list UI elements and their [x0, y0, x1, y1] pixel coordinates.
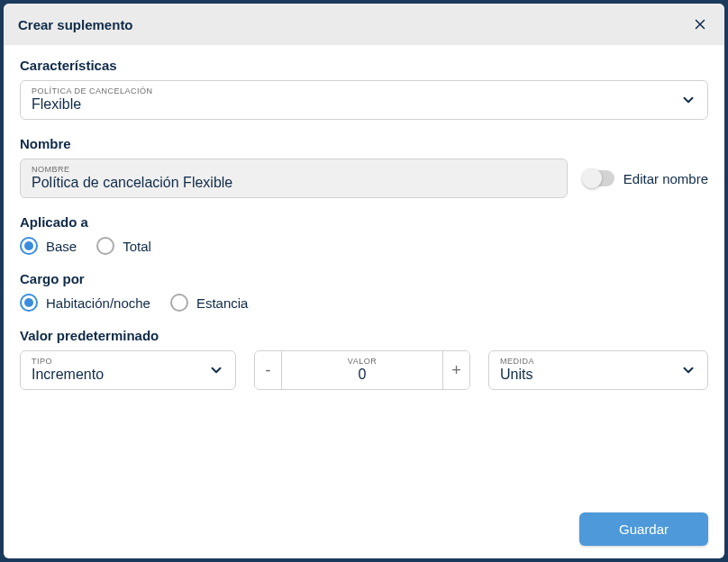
create-supplement-modal: Crear suplemento Características POLÍTIC… [4, 4, 724, 558]
toggle-knob [582, 168, 602, 188]
radio-base[interactable]: Base [20, 237, 77, 255]
valor-increment-button[interactable]: + [442, 351, 469, 389]
editar-nombre-label: Editar nombre [623, 171, 708, 186]
section-title-nombre: Nombre [20, 136, 708, 151]
chevron-down-icon [208, 362, 224, 378]
radio-estancia[interactable]: Estancia [170, 294, 249, 312]
modal-footer: Guardar [4, 502, 724, 558]
select-value: Flexible [32, 96, 153, 113]
nombre-field-label: NOMBRE [32, 165, 556, 174]
section-title-valor-pred: Valor predeterminado [20, 328, 708, 343]
medida-value: Units [500, 367, 534, 383]
nombre-section: Nombre NOMBRE Política de cancelación Fl… [20, 136, 708, 198]
valor-input[interactable]: VALOR 0 [282, 351, 442, 389]
save-button[interactable]: Guardar [579, 512, 708, 546]
nombre-field: NOMBRE Política de cancelación Flexible [20, 159, 568, 198]
editar-nombre-toggle[interactable] [584, 170, 614, 186]
medida-label: MEDIDA [500, 357, 534, 366]
tipo-label: TIPO [32, 357, 104, 366]
valor-stepper: - VALOR 0 + [254, 350, 470, 390]
radio-circle-icon [96, 237, 114, 255]
radio-total[interactable]: Total [96, 237, 151, 255]
politica-cancelacion-select[interactable]: POLÍTICA DE CANCELACIÓN Flexible [20, 80, 708, 120]
valor-value: 0 [293, 367, 432, 383]
close-button[interactable] [690, 14, 710, 34]
radio-circle-icon [170, 294, 188, 312]
caracteristicas-section: Características POLÍTICA DE CANCELACIÓN … [20, 58, 708, 120]
close-icon [692, 16, 708, 32]
aplicado-section: Aplicado a Base Total [20, 214, 708, 255]
valor-label: VALOR [293, 357, 432, 366]
section-title-aplicado: Aplicado a [20, 214, 708, 230]
valor-pred-section: Valor predeterminado TIPO Incremento - V… [20, 328, 708, 390]
select-label: POLÍTICA DE CANCELACIÓN [32, 86, 153, 95]
medida-select[interactable]: MEDIDA Units [488, 350, 708, 390]
editar-nombre-toggle-wrap: Editar nombre [584, 170, 708, 186]
modal-title: Crear suplemento [18, 17, 133, 32]
radio-habitacion-label: Habitación/noche [46, 295, 150, 311]
radio-estancia-label: Estancia [196, 295, 249, 311]
radio-circle-icon [20, 237, 38, 255]
valor-decrement-button[interactable]: - [255, 351, 282, 389]
tipo-value: Incremento [32, 367, 104, 383]
radio-habitacion[interactable]: Habitación/noche [20, 294, 150, 312]
tipo-select[interactable]: TIPO Incremento [20, 350, 236, 390]
chevron-down-icon [680, 92, 696, 108]
chevron-down-icon [680, 362, 696, 378]
radio-total-label: Total [123, 239, 151, 254]
radio-circle-icon [20, 294, 38, 312]
modal-body: Características POLÍTICA DE CANCELACIÓN … [4, 45, 724, 502]
radio-base-label: Base [46, 239, 77, 254]
section-title-caracteristicas: Características [20, 58, 708, 73]
section-title-cargo: Cargo por [20, 271, 708, 286]
nombre-field-value: Política de cancelación Flexible [32, 175, 556, 191]
cargo-section: Cargo por Habitación/noche Estancia [20, 271, 708, 312]
modal-header: Crear suplemento [4, 4, 724, 45]
